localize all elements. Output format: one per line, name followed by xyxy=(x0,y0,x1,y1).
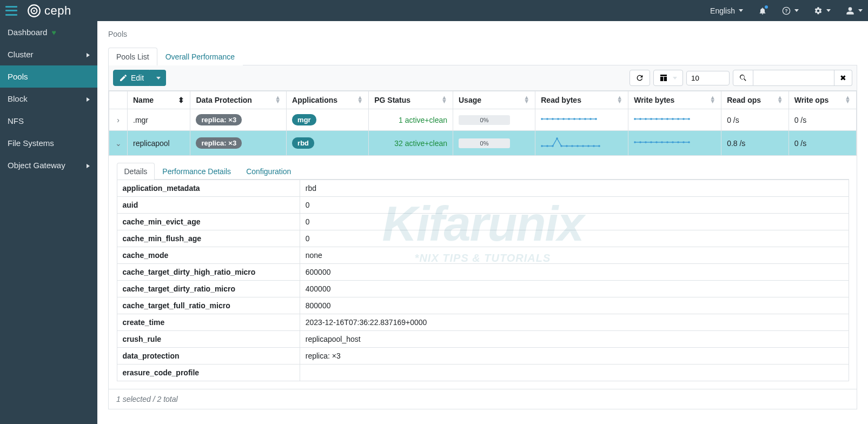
ceph-logo-icon xyxy=(27,4,41,18)
svg-point-44 xyxy=(661,141,663,143)
chevron-right-icon xyxy=(87,94,90,103)
logo-text: ceph xyxy=(44,4,71,18)
svg-point-38 xyxy=(598,145,600,147)
details-table: application_metadatarbd auid0 cache_min_… xyxy=(117,180,849,381)
cell-usage: 0% xyxy=(453,131,535,156)
svg-point-18 xyxy=(645,118,647,120)
hamburger-icon[interactable] xyxy=(5,6,17,16)
svg-text:?: ? xyxy=(785,8,787,14)
edit-dropdown-toggle[interactable] xyxy=(150,70,166,86)
sparkline-icon xyxy=(634,137,693,148)
edit-button-group: Edit xyxy=(113,70,166,86)
col-data-protection[interactable]: Data Protection▲▼ xyxy=(190,91,287,109)
detail-row-item: cache_min_evict_age0 xyxy=(117,214,849,230)
cell-write-bytes xyxy=(628,109,721,131)
sidebar-item-nfs[interactable]: NFS xyxy=(0,110,97,132)
col-read-ops[interactable]: Read ops▲▼ xyxy=(721,91,789,109)
sparkline-icon xyxy=(541,135,600,149)
health-ok-icon: ♥ xyxy=(51,28,56,37)
main-tabs: Pools List Overall Performance xyxy=(108,47,857,65)
sidebar-item-pools[interactable]: Pools xyxy=(0,65,97,88)
col-expand xyxy=(109,91,128,109)
svg-point-11 xyxy=(573,118,575,120)
page-size-input[interactable] xyxy=(686,71,730,85)
subtab-details[interactable]: Details xyxy=(117,163,155,180)
sidebar-item-block[interactable]: Block xyxy=(0,88,97,110)
main-content: Kifarunix *NIX TIPS & TUTORIALS Pools Po… xyxy=(97,21,868,424)
detail-row: Details Performance Details Configuratio… xyxy=(109,156,857,389)
col-applications[interactable]: Applications▲▼ xyxy=(287,91,369,109)
breadcrumb: Pools xyxy=(108,30,857,38)
sub-tabs: Details Performance Details Configuratio… xyxy=(117,162,849,180)
svg-point-22 xyxy=(666,118,668,120)
svg-point-40 xyxy=(639,141,641,143)
svg-point-35 xyxy=(582,145,584,147)
cell-write-ops: 0 /s xyxy=(789,131,856,156)
col-usage[interactable]: Usage▲▼ xyxy=(453,91,535,109)
cell-dp: replica: ×3 xyxy=(190,109,287,131)
columns-button[interactable] xyxy=(653,70,683,86)
svg-point-48 xyxy=(683,141,685,143)
bell-icon xyxy=(758,6,767,15)
svg-point-47 xyxy=(677,141,679,143)
cell-dp: replica: ×3 xyxy=(190,131,287,156)
svg-point-14 xyxy=(589,118,592,120)
expand-toggle[interactable]: ⌄ xyxy=(109,131,128,156)
col-write-bytes[interactable]: Write bytes▲▼ xyxy=(628,91,721,109)
col-pg-status[interactable]: PG Status▲▼ xyxy=(369,91,453,109)
chevron-right-icon xyxy=(87,161,90,170)
sidebar-item-filesystems[interactable]: File Systems xyxy=(0,132,97,154)
search-input[interactable] xyxy=(753,70,834,86)
expand-toggle[interactable]: › xyxy=(109,109,128,131)
svg-point-31 xyxy=(560,145,562,147)
cell-write-bytes xyxy=(628,131,721,156)
search-button[interactable] xyxy=(733,70,753,86)
refresh-button[interactable] xyxy=(630,70,650,86)
subtab-performance[interactable]: Performance Details xyxy=(155,163,238,180)
col-name[interactable]: Name ⬍ xyxy=(128,91,190,109)
detail-row-item: application_metadatarbd xyxy=(117,180,849,197)
sidebar-item-objectgateway[interactable]: Object Gateway xyxy=(0,154,97,176)
help-menu[interactable]: ? xyxy=(782,6,799,15)
sidebar-item-cluster[interactable]: Cluster xyxy=(0,43,97,65)
clear-search-button[interactable]: ✖ xyxy=(834,70,852,86)
svg-point-36 xyxy=(587,145,589,147)
user-menu[interactable] xyxy=(846,6,863,15)
notifications-icon[interactable] xyxy=(758,6,767,15)
tab-overall-performance[interactable]: Overall Performance xyxy=(157,48,243,65)
sparkline-icon xyxy=(634,114,693,124)
sort-icon: ▲▼ xyxy=(524,96,529,103)
detail-row-item: cache_target_dirty_ratio_micro400000 xyxy=(117,281,849,297)
settings-menu[interactable] xyxy=(814,6,831,15)
subtab-configuration[interactable]: Configuration xyxy=(238,163,299,180)
svg-point-46 xyxy=(672,141,674,143)
svg-point-26 xyxy=(688,118,690,120)
table-row[interactable]: ⌄ replicapool replica: ×3 rbd 32 active+… xyxy=(109,131,857,156)
detail-row-item: cache_target_full_ratio_micro800000 xyxy=(117,297,849,314)
svg-point-33 xyxy=(571,145,573,147)
cell-read-bytes xyxy=(535,131,628,156)
language-selector[interactable]: English xyxy=(710,6,743,15)
edit-button[interactable]: Edit xyxy=(113,70,150,86)
cell-apps: mgr xyxy=(287,109,369,131)
detail-row-item: auid0 xyxy=(117,197,849,214)
logo[interactable]: ceph xyxy=(27,4,71,18)
sidebar-item-dashboard[interactable]: Dashboard♥ xyxy=(0,21,97,43)
cell-usage: 0% xyxy=(453,109,535,131)
col-write-ops[interactable]: Write ops▲▼ xyxy=(789,91,856,109)
detail-row-item: erasure_code_profile xyxy=(117,365,849,381)
detail-row-item: cache_modenone xyxy=(117,247,849,264)
toolbar: Edit ✖ xyxy=(109,65,857,91)
svg-point-23 xyxy=(672,118,674,120)
user-icon xyxy=(846,6,854,15)
table-row[interactable]: › .mgr replica: ×3 mgr 1 active+clean 0%… xyxy=(109,109,857,131)
tab-pools-list[interactable]: Pools List xyxy=(108,48,157,65)
cell-pg: 32 active+clean xyxy=(369,131,453,156)
svg-point-45 xyxy=(666,141,668,143)
svg-point-39 xyxy=(634,141,636,143)
col-read-bytes[interactable]: Read bytes▲▼ xyxy=(535,91,628,109)
svg-point-10 xyxy=(568,118,570,120)
cell-write-ops: 0 /s xyxy=(789,109,856,131)
svg-point-19 xyxy=(650,118,652,120)
svg-point-24 xyxy=(677,118,679,120)
